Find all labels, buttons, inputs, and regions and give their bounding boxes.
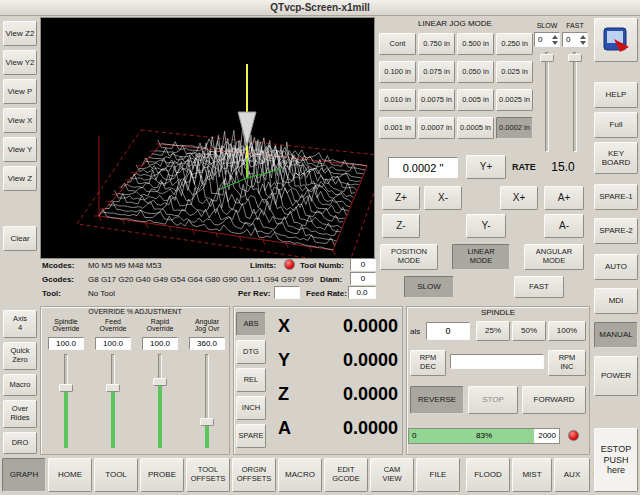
view-p-button[interactable]: View P — [3, 79, 37, 104]
tab-cam-view-button[interactable]: CAM VIEW — [370, 458, 414, 492]
jog-increment-button[interactable]: 0.100 in — [379, 61, 416, 83]
gremlin-3d-preview[interactable] — [40, 17, 375, 259]
slider-handle[interactable] — [106, 384, 120, 392]
full-screen-button[interactable]: Full — [594, 112, 638, 138]
rpm-decrease-button[interactable]: RPM DEC — [410, 350, 446, 376]
jog-increment-button[interactable]: 0.500 in — [457, 33, 494, 55]
tab-macro-button[interactable]: Macro — [3, 374, 37, 396]
dro-inch-button[interactable]: INCH — [236, 396, 266, 420]
view-z2-button[interactable]: View Z2 — [3, 21, 37, 46]
help-button[interactable]: HELP — [594, 82, 638, 108]
tab-edit-gcode-button[interactable]: EDIT GCODE — [324, 458, 368, 492]
dro-spare-button[interactable]: SPARE — [236, 424, 266, 448]
spindle-50pct-button[interactable]: 50% — [512, 321, 546, 341]
spare-1-button[interactable]: SPARE-1 — [594, 184, 638, 210]
jog-increment-button[interactable]: 0.0075 in — [418, 89, 455, 111]
spare-2-button[interactable]: SPARE-2 — [594, 218, 638, 244]
angular-jog-override-slider[interactable] — [200, 354, 214, 448]
jog-increment-button[interactable]: 0.0007 in — [418, 117, 455, 139]
tab-quick-zero-button[interactable]: Quick Zero — [3, 342, 37, 370]
jog-increment-button[interactable]: 0.750 in — [418, 33, 455, 55]
rpm-increase-button[interactable]: RPM INC — [548, 350, 586, 376]
view-y-button[interactable]: View Y — [3, 137, 37, 162]
view-y2-button[interactable]: View Y2 — [3, 50, 37, 75]
spindle-rpm-track[interactable] — [450, 354, 544, 369]
jog-increment-button[interactable]: 0.0025 in — [496, 89, 533, 111]
spindle-25pct-button[interactable]: 25% — [476, 321, 510, 341]
jog-increment-button[interactable]: 0.250 in — [496, 33, 533, 55]
spindle-override-slider[interactable] — [59, 354, 73, 448]
tab-tool-button[interactable]: TOOL — [94, 458, 138, 492]
tab-origin-offsets-button[interactable]: ORGIN OFFSETS — [232, 458, 276, 492]
jog-increment-button[interactable]: 0.075 in — [418, 61, 455, 83]
dro-dtg-button[interactable]: DTG — [236, 340, 266, 364]
mdi-mode-button[interactable]: MDI — [594, 288, 638, 314]
spin-arrows-icon[interactable] — [550, 35, 559, 45]
view-z-button[interactable]: View Z — [3, 166, 37, 191]
tab-file-button[interactable]: FILE — [416, 458, 460, 492]
feed-rate-display: 0.0 — [348, 286, 376, 299]
jog-z-minus-button[interactable]: Z- — [382, 214, 420, 238]
view-x-button[interactable]: View X — [3, 108, 37, 133]
slider-handle[interactable] — [59, 384, 73, 392]
clear-view-button[interactable]: Clear — [3, 226, 37, 251]
tab-probe-button[interactable]: PROBE — [140, 458, 184, 492]
jog-x-minus-button[interactable]: X- — [424, 186, 462, 210]
jog-y-minus-button[interactable]: Y- — [466, 214, 506, 238]
tab-macro-bottom-button[interactable]: MACRO — [278, 458, 322, 492]
tab-home-button[interactable]: HOME — [48, 458, 92, 492]
spindle-100pct-button[interactable]: 100% — [548, 321, 586, 341]
manual-mode-button[interactable]: MANUAL — [594, 322, 638, 348]
tab-axis-button[interactable]: Axis 4 — [3, 310, 37, 338]
jog-increment-button[interactable]: 0.001 in — [379, 117, 416, 139]
tab-over-rides-button[interactable]: Over Rides — [3, 400, 37, 428]
main-window: QTvcp-Screen-x1mill View Z2 View Y2 View… — [0, 0, 640, 495]
position-mode-button[interactable]: POSITION MODE — [380, 244, 438, 270]
shutdown-button[interactable] — [594, 18, 638, 62]
jog-increment-button[interactable]: 0.010 in — [379, 89, 416, 111]
fast-speed-button[interactable]: FAST — [514, 276, 564, 298]
mist-button[interactable]: MIST — [512, 458, 552, 492]
jog-z-plus-button[interactable]: Z+ — [382, 186, 420, 210]
slow-jog-spinbox[interactable]: 0 — [534, 32, 560, 47]
linear-mode-button[interactable]: LINEAR MODE — [452, 244, 510, 270]
slider-handle[interactable] — [540, 54, 554, 62]
tab-tool-offsets-button[interactable]: TOOL OFFSETS — [186, 458, 230, 492]
spindle-reverse-button[interactable]: REVERSE — [410, 386, 464, 414]
fast-jog-spinbox[interactable]: 0 — [562, 32, 588, 47]
jog-a-plus-button[interactable]: A+ — [544, 186, 584, 210]
jog-increment-button[interactable]: 0.005 in — [457, 89, 494, 111]
fast-jog-slider[interactable] — [568, 52, 582, 152]
jog-increment-button[interactable]: 0.025 in — [496, 61, 533, 83]
spindle-forward-button[interactable]: FORWARD — [522, 386, 586, 414]
auto-mode-button[interactable]: AUTO — [594, 254, 638, 280]
spin-arrows-icon[interactable] — [578, 35, 587, 45]
dro-abs-button[interactable]: ABS — [236, 312, 266, 336]
tab-graph-button[interactable]: GRAPH — [2, 458, 46, 492]
jog-y-plus-button[interactable]: Y+ — [466, 155, 506, 179]
dro-rel-button[interactable]: REL — [236, 368, 266, 392]
jog-increment-selected-button[interactable]: 0.0002 in — [496, 117, 533, 139]
angular-mode-button[interactable]: ANGULAR MODE — [524, 244, 584, 270]
slider-handle[interactable] — [568, 54, 582, 62]
slider-handle[interactable] — [153, 378, 167, 386]
power-button[interactable]: POWER — [594, 356, 638, 396]
slow-speed-button[interactable]: SLOW — [404, 276, 454, 298]
estop-button[interactable]: ESTOP PUSH here — [594, 428, 638, 492]
slow-jog-slider[interactable] — [540, 52, 554, 152]
slider-handle[interactable] — [200, 418, 214, 426]
flood-button[interactable]: FLOOD — [466, 458, 510, 492]
tab-dro-button[interactable]: DRO — [3, 432, 37, 454]
dro-x-value: 0.0000 — [300, 316, 398, 337]
spindle-stop-button[interactable]: STOP — [468, 386, 518, 414]
jog-a-minus-button[interactable]: A- — [544, 214, 584, 238]
jog-increment-button[interactable]: 0.050 in — [457, 61, 494, 83]
aux-button[interactable]: AUX — [554, 458, 590, 492]
keyboard-button[interactable]: KEY BOARD — [594, 142, 638, 174]
jog-increment-button[interactable]: 0.0005 in — [457, 117, 494, 139]
rapid-override-slider[interactable] — [153, 354, 167, 448]
feed-override-slider[interactable] — [106, 354, 120, 448]
gcodes-value: G8 G17 G20 G40 G49 G54 G64 G80 G90 G91.1… — [88, 275, 313, 284]
jog-x-plus-button[interactable]: X+ — [500, 186, 538, 210]
jog-increment-cont-button[interactable]: Cont — [379, 33, 416, 55]
